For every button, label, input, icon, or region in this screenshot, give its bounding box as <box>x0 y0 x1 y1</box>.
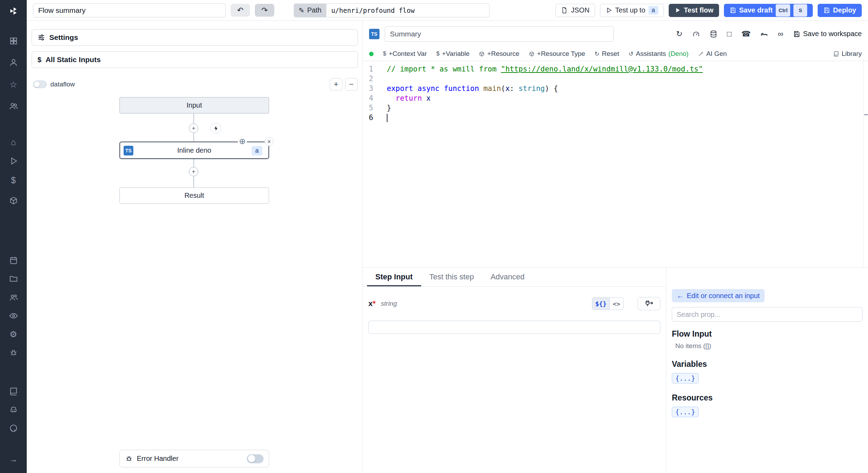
delete-step-button[interactable]: × <box>265 137 274 146</box>
path-input[interactable] <box>326 3 490 17</box>
step-input-panel: Step Input Test this step Advanced x* st… <box>363 267 666 473</box>
deploy-label: Deploy <box>833 6 856 14</box>
code-editor-panel: TS ↻ □ ☎ ∞ Save to workspace $+Context V… <box>363 21 868 267</box>
variables-object-badge[interactable]: {...} <box>672 373 699 383</box>
language-server-status-dot <box>369 52 374 56</box>
ai-gen-button[interactable]: AI Gen <box>698 50 727 58</box>
assistants-button[interactable]: ↺Assistants(Deno) <box>628 50 688 58</box>
tab-test-this-step[interactable]: Test this step <box>421 268 482 286</box>
path-chip[interactable]: ✎Path <box>294 3 326 17</box>
topbar: ↶ ↷ ✎Path JSON Test up to a Test flow <box>27 0 868 21</box>
test-flow-button[interactable]: Test flow <box>669 4 719 17</box>
trigger-bolt-button[interactable] <box>210 123 221 134</box>
users-icon[interactable] <box>0 99 27 114</box>
deploy-button[interactable]: Deploy <box>818 4 862 17</box>
step-input-content: x* string ${} <> <box>363 287 666 334</box>
connect-input-button[interactable] <box>637 297 660 310</box>
dollar-icon[interactable]: $ <box>0 172 27 188</box>
test-up-to-button[interactable]: Test up to a <box>600 4 664 17</box>
step-id-badge: a <box>252 146 262 155</box>
play-outline-icon <box>606 7 612 14</box>
left-rail: ☆ ⌂ $ ⚙ → <box>0 0 27 473</box>
square-icon[interactable]: □ <box>727 29 732 39</box>
github-icon[interactable] <box>0 421 27 436</box>
boxes-icon[interactable] <box>0 193 27 208</box>
history-icon[interactable]: ↻ <box>676 29 682 39</box>
add-resource-type-button[interactable]: +Resource Type <box>529 50 585 58</box>
app-root: ☆ ⌂ $ ⚙ → ↶ ↷ ✎Path JSON <box>0 0 868 473</box>
error-handler-toggle[interactable] <box>247 454 264 463</box>
tab-step-input[interactable]: Step Input <box>367 268 421 286</box>
users-group-icon[interactable] <box>0 290 27 305</box>
json-button[interactable]: JSON <box>556 4 595 17</box>
redo-button[interactable]: ↷ <box>255 4 274 17</box>
move-step-crosshair-button[interactable]: ⊕ <box>238 137 247 146</box>
phone-icon[interactable]: ☎ <box>741 29 751 39</box>
code-lines[interactable]: // import * as wmill from "https://deno.… <box>378 64 868 267</box>
windmill-logo-icon[interactable] <box>0 3 27 19</box>
path-group: ✎Path <box>294 3 490 17</box>
book-icon[interactable] <box>0 384 27 399</box>
play-icon[interactable] <box>0 153 27 169</box>
expand-arrow-icon[interactable]: → <box>0 451 27 467</box>
flow-node-result[interactable]: Result <box>119 187 269 204</box>
flow-summary-input[interactable] <box>33 3 226 17</box>
tab-advanced[interactable]: Advanced <box>482 268 533 286</box>
star-icon[interactable]: ☆ <box>0 77 27 92</box>
code-editor[interactable]: 123456 // import * as wmill from "https:… <box>363 61 868 267</box>
robot-icon[interactable] <box>0 345 27 360</box>
grid-icon[interactable] <box>0 33 27 49</box>
path-chip-label: Path <box>307 6 322 14</box>
discord-icon[interactable] <box>0 402 27 417</box>
save-icon <box>729 7 736 14</box>
reset-button[interactable]: ↻Reset <box>594 50 619 58</box>
database-icon[interactable] <box>710 30 717 38</box>
infinity-icon[interactable]: ∞ <box>778 29 783 39</box>
add-step-button[interactable]: + <box>189 124 198 133</box>
user-icon[interactable] <box>0 55 27 70</box>
gear-icon[interactable]: ⚙ <box>0 327 27 342</box>
save-to-workspace-button[interactable]: Save to workspace <box>793 30 862 38</box>
assistants-lang-label: (Deno) <box>668 50 688 58</box>
resources-section-title: Resources <box>672 393 862 403</box>
edit-or-connect-button[interactable]: ← Edit or connect an input <box>672 289 765 302</box>
step-summary-input[interactable] <box>385 26 614 42</box>
save-draft-button[interactable]: Save draft Ctrl S <box>724 4 813 17</box>
calendar-icon[interactable] <box>0 253 27 268</box>
eye-icon[interactable] <box>0 308 27 323</box>
undo-button[interactable]: ↶ <box>231 4 250 17</box>
toggle-knob <box>248 455 255 462</box>
add-step-button[interactable]: + <box>189 167 198 176</box>
code-expr-toggle[interactable]: <> <box>610 297 624 310</box>
node-label: Inline deno <box>177 146 211 154</box>
edit-or-connect-label: Edit or connect an input <box>687 292 760 300</box>
add-resource-button[interactable]: +Resource <box>479 50 519 58</box>
editor-header: TS ↻ □ ☎ ∞ Save to workspace <box>363 21 868 47</box>
add-variable-button[interactable]: $+Variable <box>436 50 469 58</box>
refresh-icon: ↻ <box>594 50 599 58</box>
error-handler-box[interactable]: Error Handler <box>119 450 269 467</box>
book-icon <box>833 51 839 57</box>
template-expr-toggle[interactable]: ${} <box>592 297 610 310</box>
search-prop-input[interactable] <box>672 307 862 322</box>
field-x-value-input[interactable] <box>368 321 660 334</box>
flow-input-section-title: Flow Input <box>672 329 862 339</box>
save-icon <box>793 31 800 37</box>
node-label: Result <box>184 192 204 200</box>
library-button[interactable]: Library <box>833 50 862 58</box>
resources-object-badge[interactable]: {...} <box>672 407 699 417</box>
typescript-badge: TS <box>124 146 133 155</box>
variables-section-title: Variables <box>672 360 862 369</box>
test-up-to-label: Test up to <box>615 6 645 14</box>
add-context-var-button[interactable]: $+Context Var <box>383 50 427 58</box>
required-mark: * <box>373 299 376 308</box>
field-type: string <box>381 300 397 307</box>
bench-icon[interactable] <box>760 30 768 38</box>
home-icon[interactable]: ⌂ <box>0 134 27 150</box>
flow-node-inline-deno[interactable]: TS Inline deno a <box>119 142 269 159</box>
ai-gen-label: AI Gen <box>706 50 727 58</box>
editor-scrollbar[interactable] <box>863 59 868 267</box>
folder-icon[interactable] <box>0 271 27 286</box>
gauge-icon[interactable] <box>692 30 700 38</box>
flow-node-input[interactable]: Input <box>119 97 269 113</box>
